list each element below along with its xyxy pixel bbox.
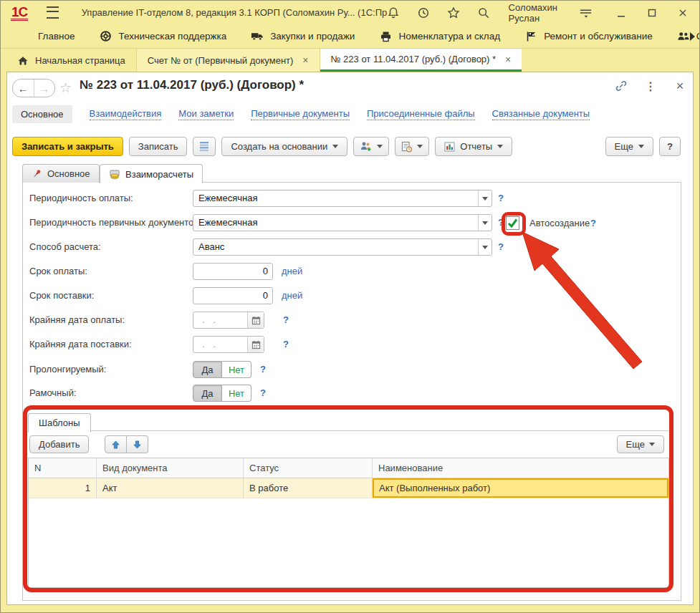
minimize-icon[interactable] [614, 6, 628, 19]
calc-method-combobox[interactable]: Аванс [193, 238, 492, 256]
create-based-on-button[interactable]: Создать на основании [221, 137, 347, 156]
navlink-attached-files[interactable]: Присоединенные файлы [367, 108, 475, 120]
move-up-button[interactable] [105, 435, 127, 453]
tab-contract-document[interactable]: № 223 от 11.04.2017 (руб.) (Договор) * × [320, 49, 522, 72]
navlink-primary-documents[interactable]: Первичные документы [251, 108, 350, 120]
system-menu-icon[interactable] [47, 6, 58, 19]
help-question-icon[interactable]: ? [498, 190, 504, 207]
more-button[interactable]: Еще [605, 137, 653, 156]
cell-status[interactable]: В работе [244, 478, 373, 498]
field-label: Рамочный: [29, 385, 77, 402]
menu-item-tech-support[interactable]: Техническая поддержка [100, 31, 227, 42]
current-user[interactable]: Соломахин Руслан [509, 2, 560, 24]
menu-item-nomenclature-warehouse[interactable]: Номенклатура и склад [379, 31, 500, 42]
button-label: Еще [615, 141, 633, 152]
autocreate-label[interactable]: Автосоздание [529, 218, 590, 228]
add-row-button[interactable]: Добавить [29, 435, 89, 453]
delivery-deadline-input[interactable]: . . [193, 336, 264, 353]
combobox-value: Аванс [198, 241, 224, 252]
cell-row-number[interactable]: 1 [29, 478, 97, 498]
reports-button[interactable]: Отчеты [435, 137, 512, 156]
tab-invoice-document[interactable]: Счет № от (Первичный документ) × [137, 49, 320, 72]
templates-tab[interactable]: Шаблоны [28, 413, 91, 433]
help-question-icon[interactable]: ? [260, 361, 266, 378]
calendar-icon[interactable] [247, 337, 264, 352]
history-icon[interactable] [417, 6, 430, 19]
yes-button-selected[interactable]: Да [193, 385, 222, 402]
tab-home-page[interactable]: Начальная страница [6, 49, 137, 72]
stripes-icon [199, 141, 209, 152]
column-header-status[interactable]: Статус [244, 458, 373, 478]
inner-tab-main[interactable]: Основное [22, 164, 100, 183]
more-menu-dots-icon[interactable]: ⋮ [644, 79, 657, 92]
days-link[interactable]: дней [282, 263, 302, 280]
combobox-dropdown-icon[interactable] [478, 215, 492, 231]
delivery-term-input[interactable]: 0 [193, 287, 273, 304]
reminder-button[interactable] [395, 137, 429, 156]
days-link[interactable]: дней [282, 287, 302, 304]
help-button[interactable]: ? [659, 137, 681, 156]
printer-icon [379, 31, 392, 42]
column-header-n[interactable]: N [29, 458, 97, 478]
combobox-value: Ежемесячная [198, 217, 258, 228]
close-document-icon[interactable]: × [673, 79, 686, 92]
combobox-dropdown-icon[interactable] [478, 190, 492, 206]
no-button[interactable]: Нет [222, 361, 251, 378]
help-question-icon[interactable]: ? [283, 336, 289, 353]
help-question-icon[interactable]: ? [498, 238, 504, 256]
menu-item-repair-service[interactable]: Ремонт и обслуживание [524, 31, 653, 42]
field-label: Периодичность оплаты: [29, 190, 133, 207]
docs-periodicity-combobox[interactable]: Ежемесячная [193, 214, 492, 231]
close-tab-icon[interactable]: × [505, 54, 511, 65]
menu-item-purchases-sales[interactable]: Закупки и продажи [251, 31, 355, 42]
1c-logo-icon: 1С [11, 5, 28, 21]
subordination-structure-button[interactable] [193, 137, 216, 156]
get-link-icon[interactable] [615, 79, 628, 92]
navlink-interactions[interactable]: Взаимодействия [90, 108, 162, 120]
cell-doc-type[interactable]: Акт [97, 478, 244, 498]
table-row[interactable]: 1 Акт В работе Акт (Выполненных работ) [29, 478, 668, 498]
add-to-favorites-star-icon[interactable]: ☆ [59, 79, 72, 96]
notifications-bell-icon[interactable] [387, 6, 400, 19]
autocreate-checkbox[interactable] [506, 216, 519, 230]
date-placeholder: . . [202, 314, 219, 325]
maximize-icon[interactable] [645, 6, 658, 19]
favorites-star-icon[interactable] [447, 6, 460, 19]
help-question-icon[interactable]: ? [590, 218, 596, 228]
help-question-icon[interactable]: ? [260, 385, 266, 402]
service-menu-icon[interactable] [579, 6, 593, 19]
button-label: Записать [138, 141, 178, 152]
payment-term-input[interactable]: 0 [193, 263, 273, 280]
help-question-icon[interactable]: ? [283, 312, 289, 329]
column-header-name[interactable]: Наименование [373, 458, 668, 478]
cell-name-selected[interactable]: Акт (Выполненных работ) [373, 478, 668, 498]
dropdown-caret-icon [497, 145, 503, 148]
document-clock-icon [401, 141, 412, 153]
yes-button-selected[interactable]: Да [193, 361, 222, 378]
interactions-button[interactable] [353, 137, 389, 156]
payment-deadline-input[interactable]: . . [193, 312, 264, 329]
save-button[interactable]: Записать [129, 137, 188, 156]
menu-item-employees[interactable]: Со [677, 31, 700, 42]
close-tab-icon[interactable]: × [302, 54, 308, 66]
navlink-related-documents[interactable]: Связанные документы [492, 108, 590, 120]
truck-icon [251, 31, 264, 42]
menu-overflow-arrow-icon[interactable] [690, 32, 695, 41]
menu-item-main[interactable]: Главное [38, 31, 75, 42]
move-down-button[interactable] [127, 435, 148, 453]
calendar-icon[interactable] [247, 312, 264, 328]
menu-item-label: Ремонт и обслуживание [544, 31, 653, 42]
dropdown-caret-icon [332, 145, 338, 148]
forward-button[interactable]: → [34, 79, 55, 97]
save-and-close-button[interactable]: Записать и закрыть [12, 137, 123, 156]
search-icon[interactable] [477, 6, 490, 19]
back-button[interactable]: ← [13, 79, 34, 97]
inner-tab-settlements[interactable]: Взаиморасчеты [100, 164, 203, 183]
close-window-icon[interactable] [676, 6, 689, 19]
templates-more-button[interactable]: Еще [617, 435, 664, 453]
navlink-my-notes[interactable]: Мои заметки [178, 108, 234, 120]
combobox-dropdown-icon[interactable] [478, 239, 492, 255]
column-header-doc-type[interactable]: Вид документа [97, 458, 244, 478]
no-button[interactable]: Нет [222, 385, 251, 402]
payment-periodicity-combobox[interactable]: Ежемесячная [193, 190, 492, 207]
